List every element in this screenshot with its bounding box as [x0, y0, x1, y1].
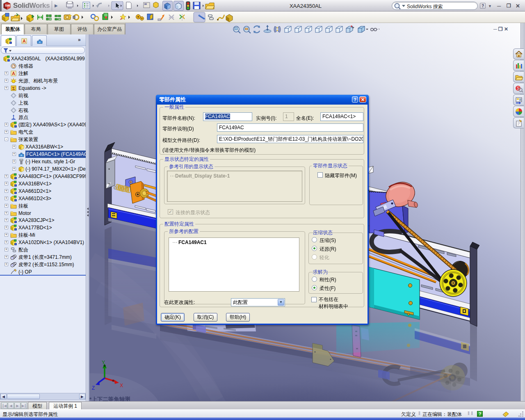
svg-text:SW: SW	[5, 4, 10, 7]
svg-text:Z: Z	[92, 385, 95, 391]
svg-text:Y: Y	[102, 360, 105, 365]
svg-text:*上下二等角轴测: *上下二等角轴测	[89, 396, 130, 401]
svg-text:X: X	[120, 383, 123, 388]
